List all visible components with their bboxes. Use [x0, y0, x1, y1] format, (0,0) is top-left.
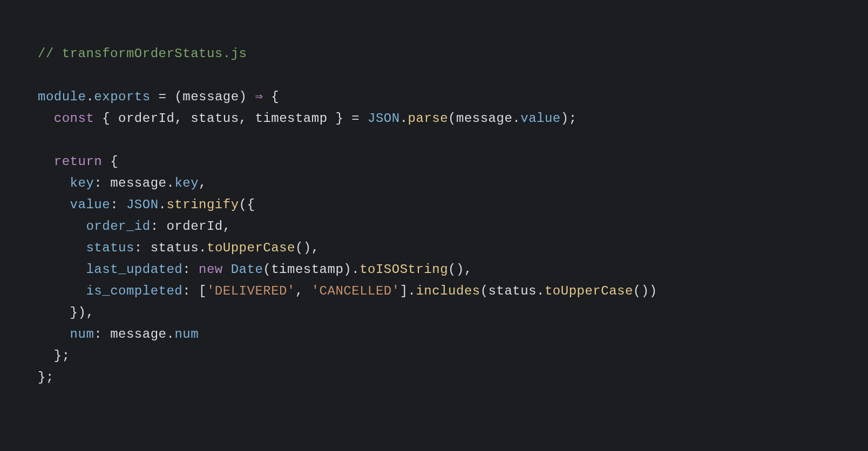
tok [38, 305, 70, 320]
tok: return [54, 154, 102, 169]
tok: module [38, 90, 86, 104]
code-block: // transformOrderStatus.js module.export… [0, 0, 868, 432]
tok: { [102, 154, 118, 169]
tok: 'CANCELLED' [311, 284, 400, 298]
tok: value [70, 197, 111, 212]
tok: num [70, 327, 94, 341]
tok: key [174, 176, 199, 190]
tok: { [263, 90, 279, 104]
tok: { [94, 111, 118, 126]
tok: JSON [126, 197, 159, 212]
tok: }; [38, 370, 54, 385]
tok: = ( [151, 90, 183, 104]
tok: . [199, 241, 207, 255]
tok: is_completed [86, 284, 182, 298]
tok: includes [416, 284, 480, 298]
tok: JSON [368, 111, 400, 126]
tok: , [199, 176, 207, 190]
tok [38, 284, 86, 298]
tok: orderId [118, 111, 174, 126]
tok: status [191, 111, 239, 126]
tok: toUpperCase [545, 284, 633, 298]
tok: toISOString [360, 262, 448, 277]
tok: : [94, 327, 110, 341]
tok: value [520, 111, 561, 126]
tok: }), [70, 305, 94, 320]
tok: 'DELIVERED' [207, 284, 295, 298]
tok [38, 327, 70, 341]
tok: (), [295, 241, 320, 255]
tok: message [182, 90, 239, 104]
tok: . [159, 197, 167, 212]
tok: : [151, 219, 167, 234]
tok: ) [239, 90, 255, 104]
tok [38, 241, 86, 255]
tok: . [537, 284, 545, 298]
tok: status [489, 284, 537, 298]
tok: . [86, 90, 94, 104]
tok: } = [328, 111, 368, 126]
tok [38, 176, 70, 190]
tok: order_id [86, 219, 150, 234]
tok: ( [263, 262, 271, 277]
tok [38, 348, 54, 363]
tok [38, 262, 86, 277]
tok: : [94, 176, 110, 190]
tok: message [110, 327, 166, 341]
tok: ( [480, 284, 489, 298]
tok: ()) [633, 284, 657, 298]
tok: : [182, 262, 199, 277]
tok: ); [561, 111, 577, 126]
tok: key [70, 176, 94, 190]
tok: , [223, 219, 231, 234]
tok [38, 219, 86, 234]
tok: new [199, 262, 223, 277]
tok: : [110, 197, 126, 212]
code-comment: // transformOrderStatus.js [38, 46, 247, 61]
tok [223, 262, 231, 277]
tok: Date [231, 262, 263, 277]
tok: num [174, 327, 199, 341]
tok [38, 154, 54, 169]
tok: stringify [166, 197, 239, 212]
tok: toUpperCase [207, 241, 295, 255]
tok: , [174, 111, 191, 126]
tok: (), [448, 262, 472, 277]
tok: , [239, 111, 255, 126]
tok: . [512, 111, 520, 126]
tok: . [166, 176, 174, 190]
tok: parse [408, 111, 449, 126]
tok: exports [94, 90, 150, 104]
tok: const [54, 111, 94, 126]
tok: message [110, 176, 166, 190]
tok: . [400, 111, 408, 126]
tok: , [295, 284, 311, 298]
tok: : [ [182, 284, 207, 298]
tok [38, 197, 70, 212]
tok: }; [54, 348, 70, 363]
tok: . [166, 327, 174, 341]
tok: timestamp [271, 262, 343, 277]
tok: timestamp [255, 111, 327, 126]
tok: ( [448, 111, 456, 126]
tok: : [134, 241, 151, 255]
tok: orderId [166, 219, 222, 234]
tok: ]. [400, 284, 416, 298]
tok: message [456, 111, 512, 126]
tok: ({ [239, 197, 255, 212]
tok: status [86, 241, 134, 255]
tok: ). [343, 262, 360, 277]
tok [38, 111, 54, 126]
tok: ⇒ [255, 90, 263, 104]
tok: status [151, 241, 199, 255]
tok: last_updated [86, 262, 182, 277]
